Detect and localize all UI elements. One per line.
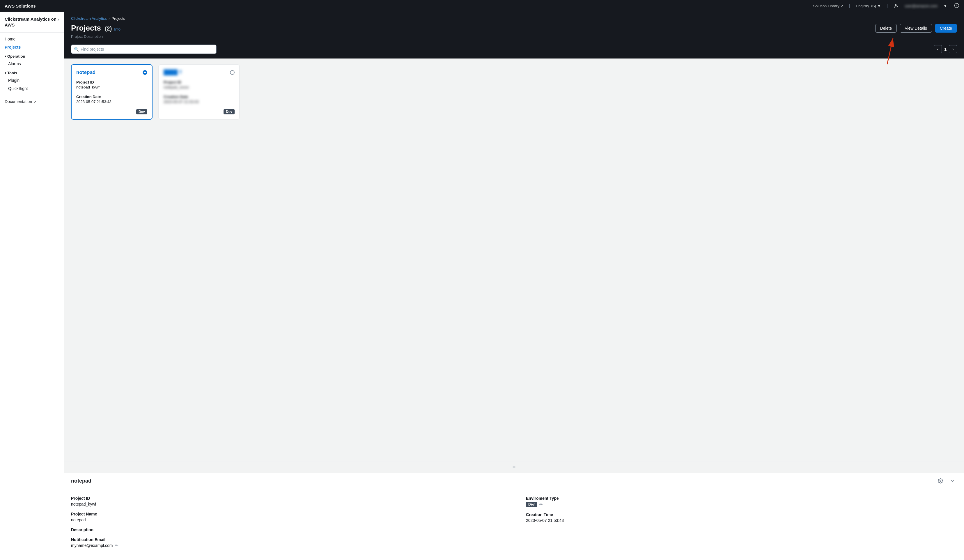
detail-notification-email-value: myname@exampl.com xyxy=(71,543,112,548)
card-creation-date-value-2: 2023-05-07 21:53:43 xyxy=(164,99,234,104)
external-link-icon: ↗ xyxy=(34,100,36,104)
detail-creation-time-value: 2023-05-07 21:53:43 xyxy=(526,518,957,523)
detail-project-id-value: notepad_kywf xyxy=(71,502,502,506)
search-icon: 🔍 xyxy=(74,47,79,52)
collapse-icon-btn[interactable] xyxy=(948,477,957,485)
username: user@amazon.com xyxy=(905,4,938,8)
page-title-row: Projects (2) Info Delete View Details Cr… xyxy=(71,24,957,33)
page-subtitle: Project Description xyxy=(71,34,957,39)
card-project-id-label-2: Project ID xyxy=(164,80,234,85)
card-radio-2[interactable] xyxy=(230,70,234,75)
breadcrumb-current: Projects xyxy=(111,16,125,21)
sidebar: Clickstream Analytics on AWS ‹ Home Proj… xyxy=(0,11,64,560)
details-panel: notepad Project ID notepad_kywf xyxy=(64,473,964,560)
details-handle-row[interactable]: ≡ xyxy=(64,462,964,473)
search-input[interactable] xyxy=(71,44,217,54)
header-actions: Delete View Details Create xyxy=(875,24,957,33)
next-page-btn[interactable]: › xyxy=(949,45,957,53)
detail-notification-email: Notification Email myname@exampl.com ✏ xyxy=(71,537,502,548)
project-card-notepad[interactable]: notepad Project ID notepad_kywf Creation… xyxy=(71,64,153,120)
notification-icon[interactable] xyxy=(954,3,959,9)
pagination: ‹ 1 › xyxy=(934,45,957,53)
sidebar-collapse-btn[interactable]: ‹ xyxy=(57,17,59,23)
sidebar-doc-link[interactable]: Documentation ↗ xyxy=(0,98,64,106)
top-nav: AWS Solutions Solution Library ↗ | Engli… xyxy=(0,0,964,11)
detail-creation-time-label: Creation Time xyxy=(526,512,957,517)
sidebar-item-quicksight[interactable]: QuickSight xyxy=(0,85,64,93)
main-content: Clickstream Analytics › Projects Project… xyxy=(64,11,964,560)
sidebar-section-operation: ▾ Operation xyxy=(0,51,64,60)
card-project-id-section: Project ID notepad_kywf xyxy=(76,80,147,90)
detail-environment-type-label: Enviroment Type xyxy=(526,496,957,501)
page-title: Projects (2) xyxy=(71,24,112,33)
sidebar-header: Clickstream Analytics on AWS ‹ xyxy=(0,11,64,33)
card-creation-date-value: 2023-05-07 21:53:43 xyxy=(76,99,147,104)
external-link-icon: ↗ xyxy=(840,4,843,8)
sidebar-item-plugin[interactable]: Plugin xyxy=(0,76,64,85)
solution-library-link[interactable]: Solution Library ↗ xyxy=(813,4,843,8)
sidebar-section-tools: ▾ Tools xyxy=(0,68,64,76)
detail-description-label: Description xyxy=(71,527,502,532)
detail-project-name: Project Name notepad xyxy=(71,512,502,522)
card-creation-date-label-2: Creation Date xyxy=(164,94,234,99)
detail-project-name-value: notepad xyxy=(71,518,502,522)
detail-project-name-label: Project Name xyxy=(71,512,502,516)
details-left: Project ID notepad_kywf Project Name not… xyxy=(71,496,514,553)
view-details-button[interactable]: View Details xyxy=(900,24,932,33)
sidebar-item-home[interactable]: Home xyxy=(0,35,64,43)
card-creation-date-section-2: Creation Date 2023-05-07 21:53:43 xyxy=(164,94,234,104)
details-actions xyxy=(936,477,957,485)
sidebar-item-projects[interactable]: Projects xyxy=(0,43,64,51)
breadcrumb-separator: › xyxy=(109,16,110,21)
breadcrumb-parent[interactable]: Clickstream Analytics xyxy=(71,16,107,21)
detail-project-id: Project ID notepad_kywf xyxy=(71,496,502,506)
card-title-2: ████ T xyxy=(164,70,182,75)
card-header-row-2: ████ T xyxy=(164,70,234,75)
card-project-id-value-2: notepad_xxxxx xyxy=(164,85,234,90)
svg-point-0 xyxy=(895,4,897,6)
dev-badge-2: Dev xyxy=(223,109,234,114)
card-project-id-value: notepad_kywf xyxy=(76,85,147,90)
sidebar-navigation: Home Projects ▾ Operation Alarms ▾ Tools… xyxy=(0,33,64,108)
detail-notification-email-label: Notification Email xyxy=(71,537,502,542)
detail-notification-email-row: myname@exampl.com ✏ xyxy=(71,543,502,548)
card-header-row: notepad xyxy=(76,70,147,75)
settings-icon-btn[interactable] xyxy=(936,477,945,485)
sidebar-item-alarms[interactable]: Alarms xyxy=(0,60,64,68)
user-chevron-icon[interactable]: ▼ xyxy=(943,4,947,8)
dev-badge: Dev xyxy=(136,109,147,114)
card-footer: Dev xyxy=(76,109,147,114)
page-title-left: Projects (2) Info xyxy=(71,24,120,33)
detail-environment-type: Enviroment Type Dev ✏ xyxy=(526,496,957,507)
card-project-id-label: Project ID xyxy=(76,80,147,85)
edit-email-icon[interactable]: ✏ xyxy=(115,543,119,548)
content-header: Clickstream Analytics › Projects Project… xyxy=(64,11,964,44)
card-project-id-section-2: Project ID notepad_xxxxx xyxy=(164,80,234,90)
search-row: 🔍 ‹ 1 › xyxy=(64,44,964,59)
card-radio-selected[interactable] xyxy=(143,70,147,75)
details-right: Enviroment Type Dev ✏ Creation Time 2023… xyxy=(514,496,957,553)
prev-page-btn[interactable]: ‹ xyxy=(934,45,942,53)
details-header: notepad xyxy=(64,473,964,489)
user-icon[interactable] xyxy=(894,3,899,8)
cards-area: notepad Project ID notepad_kywf Creation… xyxy=(64,59,964,462)
detail-project-id-label: Project ID xyxy=(71,496,502,501)
resize-handle-icon: ≡ xyxy=(513,464,516,470)
project-card-blurred[interactable]: ████ T Project ID notepad_xxxxx Creation… xyxy=(158,64,240,120)
env-badge: Dev xyxy=(526,502,537,507)
chevron-down-icon: ▼ xyxy=(877,4,881,8)
breadcrumb: Clickstream Analytics › Projects xyxy=(71,16,957,21)
create-button[interactable]: Create xyxy=(935,24,957,33)
language-selector[interactable]: English(US) ▼ xyxy=(856,4,881,8)
edit-env-icon[interactable]: ✏ xyxy=(539,502,543,507)
card-creation-date-section: Creation Date 2023-05-07 21:53:43 xyxy=(76,94,147,104)
tools-arrow-icon: ▾ xyxy=(5,71,6,75)
card-creation-date-label: Creation Date xyxy=(76,94,147,99)
detail-creation-time: Creation Time 2023-05-07 21:53:43 xyxy=(526,512,957,523)
card-footer-2: Dev xyxy=(164,109,234,114)
info-link[interactable]: Info xyxy=(114,27,120,31)
detail-environment-type-row: Dev ✏ xyxy=(526,502,957,507)
detail-description: Description xyxy=(71,527,502,532)
delete-button[interactable]: Delete xyxy=(875,24,897,33)
details-body: Project ID notepad_kywf Project Name not… xyxy=(64,489,964,560)
